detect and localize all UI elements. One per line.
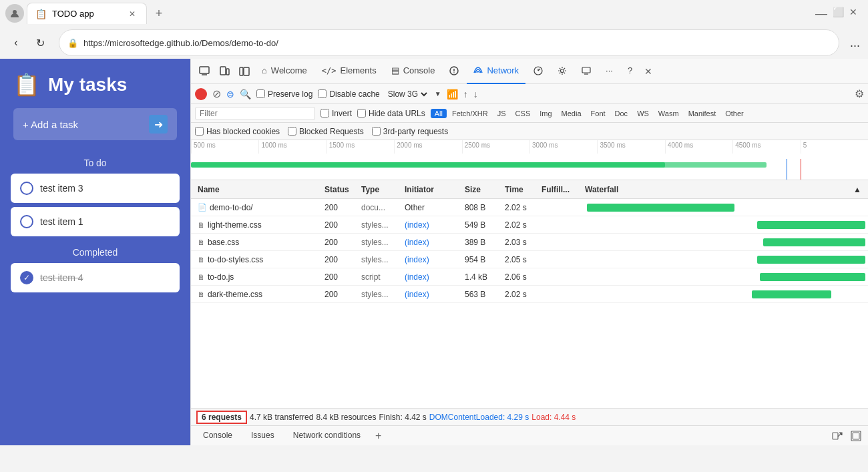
tab-help[interactable]: ? [621,59,639,84]
filter-js-button[interactable]: JS [493,109,510,118]
filter-ws-button[interactable]: WS [633,109,653,118]
browser-chrome: 📋 TODO app ✕ + — ⬜ ✕ ‹ ↻ 🔒 https://micro… [0,0,868,59]
tick-3000: 3000 ms [529,140,597,154]
svg-point-11 [561,69,564,72]
tab-issues-icon[interactable] [443,59,465,84]
filter-fetchxhr-button[interactable]: Fetch/XHR [448,109,492,118]
filter-doc-button[interactable]: Doc [611,109,632,118]
tab-network[interactable]: Network [467,59,525,84]
new-tab-button[interactable]: + [150,4,168,23]
record-button[interactable] [195,88,207,100]
download-icon: ↓ [473,89,478,99]
restore-button[interactable]: ⬜ [833,7,844,19]
devtools-close-button[interactable]: ✕ [640,63,656,79]
hide-data-urls-label[interactable]: Hide data URLs [357,109,425,118]
undock-icon[interactable] [829,428,845,444]
filter-other-button[interactable]: Other [721,109,748,118]
inspect-element-button[interactable] [195,62,214,81]
table-row[interactable]: 🗎 to-do.js 200 script (index) 1.4 kB 2.0… [191,268,868,286]
minimize-button[interactable]: — [815,7,827,19]
table-row[interactable]: 🗎 to-do-styles.css 200 styles... (index)… [191,251,868,268]
devtools-panel: ⌂ Name Welcome </> Elements ▤ Console Ne… [190,59,868,445]
search-button[interactable]: 🔍 [240,89,251,99]
console-icon: ▤ [391,65,399,75]
row-initiator-2[interactable]: (index) [401,220,461,230]
tab-performance[interactable] [527,59,550,84]
disable-cache-checkbox[interactable] [318,89,327,98]
settings-button[interactable]: ⚙ [855,87,864,100]
filter-wasm-button[interactable]: Wasm [654,109,683,118]
row-initiator-4[interactable]: (index) [401,255,461,264]
filter-media-button[interactable]: Media [558,109,586,118]
row-name-1: 📄 demo-to-do/ [194,203,320,212]
sidebar-header: 📋 My tasks + Add a task ➜ [0,59,190,147]
filter-all-button[interactable]: All [431,109,447,118]
bottom-tab-issues[interactable]: Issues [243,428,282,444]
filter-img-button[interactable]: Img [535,109,556,118]
sort-waterfall-icon[interactable]: ▲ [853,185,861,194]
blocked-cookies-label[interactable]: Has blocked cookies [195,127,280,136]
row-initiator-5[interactable]: (index) [401,272,461,282]
address-bar[interactable]: 🔒 https://microsoftedge.github.io/Demos/… [59,29,839,56]
task-checkbox-1[interactable] [20,182,33,195]
bottom-tab-console[interactable]: Console [195,428,240,444]
preserve-log-checkbox[interactable] [256,89,265,98]
filter-font-button[interactable]: Font [587,109,610,118]
row-time-1: 2.02 s [501,203,537,212]
tab-welcome[interactable]: ⌂ Name Welcome [255,59,314,84]
add-task-button[interactable]: + Add a task ➜ [13,108,177,140]
clear-button[interactable]: ⊘ [212,87,221,100]
todo-item-1[interactable]: test item 3 [11,174,180,203]
hide-data-urls-checkbox[interactable] [357,109,366,117]
device-emulation-button[interactable] [215,62,234,81]
filter-manifest-button[interactable]: Manifest [684,109,720,118]
tab-settings-gear[interactable] [551,59,574,84]
bottom-tab-network-conditions[interactable]: Network conditions [285,428,369,444]
blocked-cookies-checkbox[interactable] [195,127,204,136]
filter-css-button[interactable]: CSS [511,109,535,118]
row-name-3: 🗎 base.css [194,238,320,247]
invert-label[interactable]: Invert [320,109,352,118]
tab-console[interactable]: ▤ Console [385,59,442,84]
profile-icon[interactable] [5,4,24,23]
active-tab[interactable]: 📋 TODO app ✕ [27,3,147,24]
svg-rect-12 [582,67,590,73]
tab-more[interactable]: ··· [599,59,620,84]
table-row[interactable]: 🗎 light-theme.css 200 styles... (index) … [191,216,868,234]
table-header: Name Status Type Initiator Size Time Ful… [191,180,868,199]
row-initiator-6[interactable]: (index) [401,290,461,299]
blocked-requests-checkbox[interactable] [288,127,296,136]
back-button[interactable]: ‹ [5,32,27,53]
third-party-label[interactable]: 3rd-party requests [372,127,448,136]
filter-toggle-button[interactable]: ⊜ [226,89,234,99]
third-party-checkbox[interactable] [372,127,381,136]
tab-device-screen[interactable] [575,59,598,84]
todo-item-2[interactable]: test item 1 [11,207,180,236]
reload-button[interactable]: ↻ [29,32,51,53]
sidebar-toggle-button[interactable] [235,62,254,81]
table-row[interactable]: 🗎 base.css 200 styles... (index) 389 B 2… [191,234,868,251]
tab-elements[interactable]: </> Elements [315,59,383,84]
more-options-button[interactable]: ... [847,33,863,53]
invert-checkbox[interactable] [320,109,329,117]
upload-icon: ↑ [463,89,468,99]
throttle-dropdown-icon[interactable]: ▼ [435,90,441,97]
close-button[interactable]: ✕ [849,7,857,19]
completed-item-1[interactable]: ✓ test item 4 [11,263,180,292]
add-tab-button[interactable]: + [371,430,385,442]
row-initiator-3[interactable]: (index) [401,238,461,247]
preserve-log-label[interactable]: Preserve log [256,89,312,99]
throttle-select[interactable]: Slow 3G [385,89,429,99]
blocked-requests-label[interactable]: Blocked Requests [288,127,364,136]
table-row[interactable]: 📄 demo-to-do/ 200 docu... Other 808 B 2.… [191,199,868,216]
task-checkbox-done-1[interactable]: ✓ [20,271,33,284]
bottom-right-icons [829,428,864,444]
transferred-text: 4.7 kB transferred [250,413,313,422]
disable-cache-label[interactable]: Disable cache [318,89,379,99]
table-row[interactable]: 🗎 dark-theme.css 200 styles... (index) 5… [191,286,868,303]
task-checkbox-2[interactable] [20,215,33,228]
row-size-3: 389 B [461,238,501,247]
tab-close-button[interactable]: ✕ [126,8,138,20]
filter-input[interactable] [195,107,315,120]
fullscreen-icon[interactable] [848,428,864,444]
